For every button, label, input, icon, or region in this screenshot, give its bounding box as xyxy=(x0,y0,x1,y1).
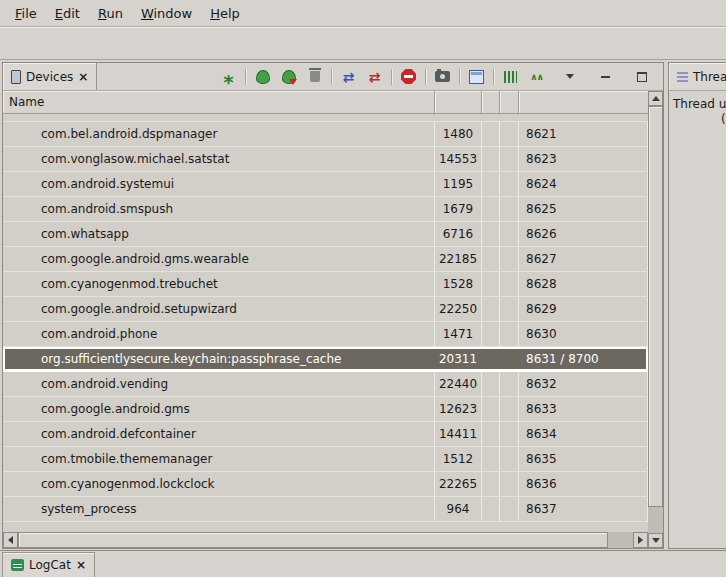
maximize-icon[interactable] xyxy=(630,66,653,88)
empty-cell xyxy=(500,322,519,346)
empty-cell xyxy=(500,172,519,196)
process-pid-cell: 20311 xyxy=(435,347,482,371)
process-name-cell: org.sufficientlysecure.keychain:passphra… xyxy=(3,347,435,371)
horizontal-scrollbar[interactable] xyxy=(3,532,648,548)
process-port-cell: 8623 xyxy=(519,147,648,171)
process-pid-cell: 22440 xyxy=(435,372,482,396)
vertical-scrollbar[interactable] xyxy=(648,91,663,548)
table-row[interactable]: com.android.systemui 1195 8624 xyxy=(3,172,648,197)
horizontal-scroll-thumb[interactable] xyxy=(18,532,608,548)
table-main: Name com.bel.android.dspmanager 1480 862… xyxy=(3,91,648,532)
process-name-cell: com.android.defcontainer xyxy=(3,422,435,446)
gc-icon[interactable] xyxy=(303,66,326,88)
empty-cell xyxy=(482,447,500,471)
minimize-icon[interactable] xyxy=(594,66,617,88)
process-pid-cell: 1195 xyxy=(435,172,482,196)
table-row[interactable]: com.android.defcontainer 14411 8634 xyxy=(3,422,648,447)
process-name-cell: com.vonglasow.michael.satstat xyxy=(3,147,435,171)
menubar: FileEditRunWindowHelp xyxy=(0,0,726,27)
table-row[interactable]: com.android.vending 22440 8632 xyxy=(3,372,648,397)
process-port-cell: 8633 xyxy=(519,397,648,421)
scroll-left-icon[interactable] xyxy=(3,532,18,548)
dump-hprof-icon[interactable] xyxy=(277,66,300,88)
update-threads-icon[interactable]: ⇄ xyxy=(337,66,360,88)
method-profiling-icon[interactable]: ⇄ xyxy=(363,66,386,88)
screen-capture-icon[interactable] xyxy=(431,66,454,88)
vertical-scroll-thumb[interactable] xyxy=(648,106,663,507)
table-row[interactable]: com.google.android.setupwizard 22250 862… xyxy=(3,297,648,322)
threads-tabbar: Threads × xyxy=(669,63,726,91)
menu-file[interactable]: File xyxy=(6,2,46,25)
empty-cell xyxy=(482,347,500,371)
table-row[interactable]: com.tmobile.thememanager 1512 8635 xyxy=(3,447,648,472)
tab-logcat[interactable]: LogCat × xyxy=(2,552,95,577)
debug-process-icon[interactable]: * xyxy=(217,66,240,88)
toolbar-separator xyxy=(245,69,246,85)
table-row[interactable]: com.android.phone 1471 8630 xyxy=(3,322,648,347)
empty-cell xyxy=(500,372,519,396)
table-row[interactable]: com.whatsapp 6716 8626 xyxy=(3,222,648,247)
process-port-cell: 8635 xyxy=(519,447,648,471)
stop-process-icon[interactable] xyxy=(397,66,420,88)
process-pid-cell: 1528 xyxy=(435,272,482,296)
empty-cell xyxy=(482,272,500,296)
menu-run[interactable]: Run xyxy=(89,2,132,25)
process-name-cell: com.tmobile.thememanager xyxy=(3,447,435,471)
process-name-cell: com.cyanogenmod.lockclock xyxy=(3,472,435,496)
process-name-cell: com.google.android.gms xyxy=(3,397,435,421)
process-name-cell: system_process xyxy=(3,497,435,521)
column-header-name[interactable]: Name xyxy=(3,91,435,113)
table-row[interactable]: com.cyanogenmod.lockclock 22265 8636 xyxy=(3,472,648,497)
scroll-right-icon[interactable] xyxy=(633,532,648,548)
empty-cell xyxy=(482,397,500,421)
view-hierarchy-icon[interactable] xyxy=(465,66,488,88)
table-row[interactable]: system_process 964 8637 xyxy=(3,497,648,522)
logcat-tab-close-icon[interactable]: × xyxy=(76,560,86,570)
table-top-spacer xyxy=(3,114,648,122)
scroll-up-icon[interactable] xyxy=(648,91,663,106)
table-row[interactable]: com.vonglasow.michael.satstat 14553 8623 xyxy=(3,147,648,172)
table-row[interactable]: com.cyanogenmod.trebuchet 1528 8628 xyxy=(3,272,648,297)
devices-table: Name com.bel.android.dspmanager 1480 862… xyxy=(3,91,663,548)
table-row[interactable]: org.sufficientlysecure.keychain:passphra… xyxy=(3,347,648,372)
empty-cell xyxy=(500,397,519,421)
table-row[interactable]: com.android.smspush 1679 8625 xyxy=(3,197,648,222)
table-row[interactable]: com.google.android.gms 12623 8633 xyxy=(3,397,648,422)
update-heap-icon[interactable] xyxy=(251,66,274,88)
menu-edit[interactable]: Edit xyxy=(46,2,89,25)
table-row[interactable]: com.google.android.gms.wearable 22185 86… xyxy=(3,247,648,272)
network-stats-icon[interactable]: ∧∧ xyxy=(525,66,548,88)
process-pid-cell: 964 xyxy=(435,497,482,521)
column-header-4[interactable] xyxy=(500,91,519,113)
process-port-cell: 8626 xyxy=(519,222,648,246)
horizontal-scroll-track[interactable] xyxy=(18,532,633,548)
process-pid-cell: 14411 xyxy=(435,422,482,446)
process-name-cell: com.google.android.setupwizard xyxy=(3,297,435,321)
devices-window-buttons xyxy=(550,63,663,90)
tab-devices[interactable]: Devices × xyxy=(3,63,97,90)
view-menu-icon[interactable] xyxy=(558,66,581,88)
column-header-3[interactable] xyxy=(482,91,500,113)
process-pid-cell: 1480 xyxy=(435,122,482,146)
systrace-icon[interactable] xyxy=(499,66,522,88)
process-pid-cell: 22185 xyxy=(435,247,482,271)
tab-threads[interactable]: Threads × xyxy=(669,63,726,90)
vertical-scroll-track[interactable] xyxy=(648,106,663,533)
menu-window[interactable]: Window xyxy=(132,2,201,25)
empty-cell xyxy=(500,447,519,471)
scroll-down-icon[interactable] xyxy=(648,533,663,548)
table-header-row: Name xyxy=(3,91,648,114)
threads-tab-label: Threads xyxy=(693,70,726,84)
process-name-cell: com.android.phone xyxy=(3,322,435,346)
column-header-pid[interactable] xyxy=(435,91,482,113)
process-name-cell: com.android.smspush xyxy=(3,197,435,221)
process-pid-cell: 22250 xyxy=(435,297,482,321)
logcat-tab-label: LogCat xyxy=(29,558,71,572)
devices-tab-close-icon[interactable]: × xyxy=(78,72,88,82)
process-port-cell: 8637 xyxy=(519,497,648,521)
menu-help[interactable]: Help xyxy=(201,2,249,25)
column-header-port[interactable] xyxy=(519,91,648,113)
table-row[interactable]: com.bel.android.dspmanager 1480 8621 xyxy=(3,122,648,147)
threads-message: Thread up ( xyxy=(669,91,726,127)
process-name-cell: com.android.vending xyxy=(3,372,435,396)
